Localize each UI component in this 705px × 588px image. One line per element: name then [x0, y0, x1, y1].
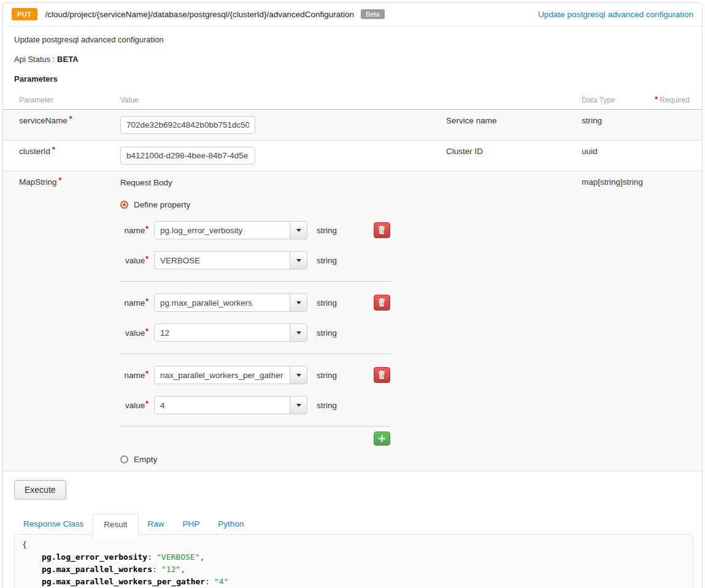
api-status: Api Status : BETA — [14, 55, 693, 64]
result-entry: pg.max_parallel_workers_per_gather:"4" — [22, 576, 685, 588]
property-name-input[interactable] — [154, 366, 290, 384]
property-value-input[interactable] — [154, 251, 290, 269]
map-property-group: name* string value* — [120, 293, 390, 354]
add-property-button[interactable] — [374, 431, 390, 446]
property-value-input[interactable] — [154, 323, 290, 342]
plus-icon — [379, 435, 385, 442]
property-type-label: string — [317, 401, 337, 410]
execute-button[interactable]: Execute — [14, 480, 66, 500]
caret-down-icon — [296, 374, 301, 377]
api-endpoint-panel: PUT /cloud/project/{serviceName}/databas… — [2, 2, 703, 588]
property-value-combo — [154, 251, 307, 269]
property-type-label: string — [317, 226, 337, 235]
required-asterisk: * — [145, 255, 148, 263]
property-name-dropdown-button[interactable] — [290, 366, 307, 384]
property-type-label: string — [317, 371, 337, 380]
delete-property-button[interactable] — [374, 222, 390, 238]
required-asterisk: * — [145, 400, 148, 408]
caret-down-icon — [296, 259, 301, 262]
trash-icon — [378, 298, 386, 307]
radio-unselected-icon — [120, 455, 128, 463]
property-divider — [120, 426, 390, 427]
column-header-data-type: Data Type — [582, 96, 615, 104]
column-header-parameter: Parameter — [3, 89, 120, 109]
property-type-label: string — [317, 328, 337, 338]
property-value-dropdown-button[interactable] — [290, 396, 307, 414]
caret-down-icon — [296, 301, 301, 304]
endpoint-summary: Update postgresql advanced configuration — [14, 35, 693, 44]
parameters-table: Parameter Value Data Type * Required ser… — [3, 89, 702, 471]
endpoint-doc-link[interactable]: Update postgresql advanced configuration — [538, 10, 693, 19]
endpoint-path: /cloud/project/{serviceName}/database/po… — [45, 10, 355, 19]
delete-property-button[interactable] — [374, 367, 390, 383]
map-property-group: name* string value* — [120, 366, 390, 427]
parameters-title: Parameters — [14, 74, 693, 83]
required-asterisk: * — [145, 225, 148, 233]
request-body-editor: Request Body Define property name* — [120, 171, 446, 471]
column-header-required: * Required — [653, 96, 690, 104]
param-description: Cluster ID — [446, 141, 582, 171]
property-divider — [120, 281, 390, 282]
table-row-clusterid: clusterId* Cluster ID uuid — [3, 141, 702, 171]
param-name-mapstring: MapString — [19, 177, 57, 187]
property-name-dropdown-button[interactable] — [290, 221, 307, 239]
param-data-type: uuid — [582, 141, 702, 171]
result-code-block: { pg.log_error_verbosity:"VERBOSE", pg.m… — [14, 534, 693, 588]
response-tabs: Response Class Result Raw PHP Python — [14, 514, 693, 534]
required-asterisk: * — [145, 327, 148, 336]
tab-result[interactable]: Result — [93, 514, 138, 538]
property-value-dropdown-button[interactable] — [290, 323, 307, 342]
required-asterisk: * — [655, 95, 658, 104]
clusterid-input[interactable] — [120, 147, 255, 164]
param-data-type: string — [582, 110, 702, 140]
result-entry: pg.max_parallel_workers:"12", — [22, 563, 685, 576]
api-status-value: BETA — [57, 55, 78, 64]
param-name-servicename: serviceName — [19, 116, 67, 125]
property-type-label: string — [317, 298, 337, 308]
property-name-dropdown-button[interactable] — [290, 293, 307, 312]
trash-icon — [378, 226, 386, 234]
define-property-radio[interactable]: Define property — [120, 200, 446, 209]
trash-icon — [378, 371, 386, 379]
map-properties-list: name* string value* — [120, 221, 390, 446]
table-row-mapstring: MapString* Request Body Define property … — [3, 171, 702, 471]
property-name-combo — [154, 221, 307, 239]
caret-down-icon — [296, 404, 301, 407]
servicename-input[interactable] — [120, 116, 255, 134]
endpoint-header: PUT /cloud/project/{serviceName}/databas… — [3, 3, 702, 26]
required-asterisk: * — [145, 369, 148, 378]
column-header-value: Value — [120, 89, 446, 109]
caret-down-icon — [296, 229, 301, 232]
tab-python[interactable]: Python — [209, 514, 253, 534]
property-divider — [120, 354, 390, 354]
property-name-combo — [154, 366, 307, 384]
tab-php[interactable]: PHP — [174, 514, 209, 534]
param-data-type: map[string]string — [582, 171, 702, 471]
required-asterisk: * — [59, 176, 62, 185]
map-property-group: name* string value* — [120, 221, 390, 282]
radio-selected-icon — [120, 201, 128, 209]
property-value-combo — [154, 396, 307, 414]
caret-down-icon — [296, 331, 301, 335]
property-name-input[interactable] — [154, 221, 290, 239]
property-value-dropdown-button[interactable] — [290, 251, 307, 269]
required-asterisk: * — [69, 115, 72, 123]
property-value-input[interactable] — [154, 396, 290, 414]
api-status-label: Api Status : — [14, 55, 55, 64]
required-asterisk: * — [52, 145, 55, 154]
table-header-row: Parameter Value Data Type * Required — [3, 89, 702, 110]
required-asterisk: * — [145, 297, 148, 306]
property-name-input[interactable] — [154, 293, 290, 312]
beta-badge: Beta — [361, 9, 385, 19]
property-value-combo — [154, 323, 307, 342]
tab-raw[interactable]: Raw — [139, 514, 174, 534]
delete-property-button[interactable] — [374, 295, 390, 311]
request-body-label: Request Body — [120, 178, 446, 187]
param-name-clusterid: clusterId — [19, 147, 50, 156]
tab-response-class[interactable]: Response Class — [14, 514, 93, 534]
property-name-combo — [154, 293, 307, 312]
result-entry: pg.log_error_verbosity:"VERBOSE", — [22, 551, 685, 563]
table-row-servicename: serviceName* Service name string — [3, 110, 702, 141]
empty-radio[interactable]: Empty — [120, 455, 446, 464]
http-method-badge: PUT — [12, 8, 37, 20]
